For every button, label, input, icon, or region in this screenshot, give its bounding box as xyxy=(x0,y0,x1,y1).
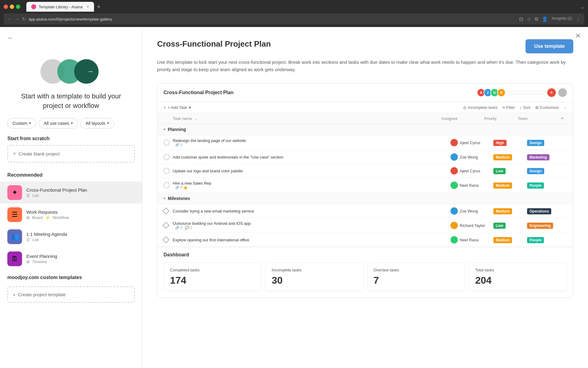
close-window-button[interactable] xyxy=(4,5,8,9)
task-check-icon[interactable] xyxy=(164,154,170,160)
milestone-icon[interactable] xyxy=(163,236,170,243)
dashboard-stats: Completed tasks 174 Incomplete tasks 30 … xyxy=(157,263,573,297)
panel-content: Cross-Functional Project Plan Use templa… xyxy=(142,27,588,310)
tab-favicon xyxy=(31,4,36,9)
user-profile-icon[interactable]: 👤 xyxy=(542,16,548,22)
add-task-button[interactable]: + + Add Task ▾ xyxy=(164,105,191,110)
task-name: Add customer quote and testimonials in t… xyxy=(173,155,450,159)
maximize-window-button[interactable] xyxy=(16,5,20,9)
new-tab-button[interactable]: + xyxy=(95,3,103,10)
table-row: Explore opening our first international … xyxy=(157,233,573,247)
customize-button[interactable]: ⊞ Customize xyxy=(535,105,559,110)
address-text[interactable]: app.asana.com/0/projects/new/template-ga… xyxy=(28,17,517,21)
custom-filter-button[interactable]: Custom ▾ xyxy=(7,118,36,128)
chevron-down-icon[interactable]: ⌄ xyxy=(580,4,584,10)
task-team: Design xyxy=(527,169,567,173)
chevron-down-icon: ▾ xyxy=(71,121,73,125)
left-sidebar: ← → Start with a template to build your … xyxy=(0,27,142,368)
task-priority: Low xyxy=(493,169,527,173)
assignee-name: Neel Rana xyxy=(460,183,478,188)
active-tab[interactable]: Template Library - Asana ✕ xyxy=(26,2,94,12)
layouts-filter-button[interactable]: All layouts ▾ xyxy=(81,118,114,128)
milestone-icon[interactable] xyxy=(163,222,170,229)
priority-medium-tag: Medium xyxy=(493,208,512,214)
avatar: R xyxy=(497,88,506,97)
task-name: Hire a new Sales Rep 🔗 3 👍 xyxy=(173,181,450,190)
tab-groups-icon[interactable]: ⧉ xyxy=(535,16,538,22)
reload-button[interactable]: ↻ xyxy=(22,16,26,22)
use-template-button[interactable]: Use template xyxy=(526,39,573,53)
stat-label: Incomplete tasks xyxy=(272,268,357,272)
task-team: People xyxy=(527,238,567,242)
plus-icon: + xyxy=(164,105,166,110)
task-assignee: Zoe Wong xyxy=(450,207,493,215)
team-design-tag: Design xyxy=(527,140,544,146)
back-button[interactable]: ← xyxy=(7,34,13,41)
forward-button[interactable]: → xyxy=(15,16,20,22)
panel-description: Use this template to kick start your nex… xyxy=(157,59,573,73)
more-options-button[interactable]: ··· xyxy=(564,105,567,110)
menu-icon[interactable]: ⋮ xyxy=(576,16,581,22)
sort-button[interactable]: ↕ Sort xyxy=(520,105,530,110)
timeline-icon: ⊞ xyxy=(26,259,30,264)
table-row: Update our logo and brand color palette … xyxy=(157,164,573,178)
task-name: Explore opening our first international … xyxy=(173,238,450,242)
create-project-template-button[interactable]: + Create project template xyxy=(7,286,135,303)
task-team: Design xyxy=(527,140,567,145)
milestone-icon[interactable] xyxy=(163,208,170,215)
template-meta: ⊞ Board ⚡ Board ⚡ Workflow Workflow xyxy=(26,215,135,220)
preview-title: Cross-Functional Project Plan xyxy=(164,90,233,95)
task-assignee: Ajeet Cyrus xyxy=(450,139,493,146)
search-input[interactable] xyxy=(508,91,545,94)
filter-button[interactable]: ≡ Filter xyxy=(503,105,515,110)
logo-container: → xyxy=(0,46,142,92)
incomplete-tasks-filter[interactable]: ◎ Incomplete tasks xyxy=(463,105,498,110)
custom-filter-label: Custom xyxy=(13,121,27,126)
add-column-button[interactable]: + xyxy=(558,116,567,121)
task-check-icon[interactable] xyxy=(164,182,170,188)
preview-header-right: A Z N R + xyxy=(477,88,567,97)
template-type: Timeline xyxy=(32,259,47,264)
filter-row: Custom ▾ All use cases ▾ All layouts ▾ xyxy=(0,118,142,136)
back-button[interactable]: ← xyxy=(7,16,12,22)
filter-icon: ≡ xyxy=(503,105,505,110)
task-name: Consider trying a new email marketing se… xyxy=(173,209,450,213)
template-item-cross-functional[interactable]: ✦ Cross-Functional Project Plan ☰ List xyxy=(0,182,142,204)
template-item-meeting-agenda[interactable]: 👥 1:1 Meeting Agenda ☰ List xyxy=(0,226,142,248)
address-bar[interactable]: ← → ↻ app.asana.com/0/projects/new/templ… xyxy=(4,13,584,25)
team-people-tag: People xyxy=(527,237,544,243)
sort-icon: ↕ xyxy=(520,105,522,110)
task-check-icon[interactable]: ✓ xyxy=(164,140,170,146)
stat-value: 204 xyxy=(475,275,560,286)
task-team: People xyxy=(527,183,567,188)
incomplete-tasks-stat: Incomplete tasks 30 xyxy=(265,263,363,291)
preview-toolbar: + + Add Task ▾ ◎ Incomplete tasks ≡ Filt… xyxy=(157,102,573,113)
avatar xyxy=(450,167,458,174)
list-icon: ☰ xyxy=(26,237,30,242)
close-panel-button[interactable]: ✕ xyxy=(575,32,581,40)
avatar xyxy=(450,236,458,243)
template-item-event-planning[interactable]: 🗓 Event Planning ⊞ Timeline xyxy=(0,248,142,270)
tab-bar: Template Library - Asana ✕ + xyxy=(26,2,578,12)
minimize-window-button[interactable] xyxy=(10,5,14,9)
list-icon: ☰ xyxy=(26,193,30,198)
address-icons: ⊡ ☆ ⧉ 👤 Incognito (2) ⋮ xyxy=(519,16,581,22)
tab-close-button[interactable]: ✕ xyxy=(86,5,89,9)
task-check-icon[interactable] xyxy=(164,168,170,174)
workflow-label: Workflow xyxy=(53,215,69,220)
stat-value: 7 xyxy=(374,275,459,286)
task-assignee: Neel Rana xyxy=(450,236,493,243)
bookmark-icon[interactable]: ☆ xyxy=(527,16,531,22)
template-item-work-requests[interactable]: ☰ Work Requests ⊞ Board ⚡ Board ⚡ Workfl… xyxy=(0,204,142,226)
task-name-label: Task name xyxy=(173,116,192,121)
create-blank-project-button[interactable]: + Create blank project xyxy=(7,145,135,163)
main-layout: ← → Start with a template to build your … xyxy=(0,27,588,368)
priority-low-tag: Low xyxy=(493,223,506,229)
task-name: Outsource building our Android and iOS a… xyxy=(173,221,450,230)
plus-icon: + xyxy=(13,151,16,157)
use-cases-filter-button[interactable]: All use cases ▾ xyxy=(39,118,78,128)
table-row: Add customer quote and testimonials in t… xyxy=(157,150,573,164)
template-icon-meeting: 👥 xyxy=(7,229,22,244)
add-member-button[interactable]: + xyxy=(547,88,556,97)
section-name: Planning xyxy=(168,127,186,132)
